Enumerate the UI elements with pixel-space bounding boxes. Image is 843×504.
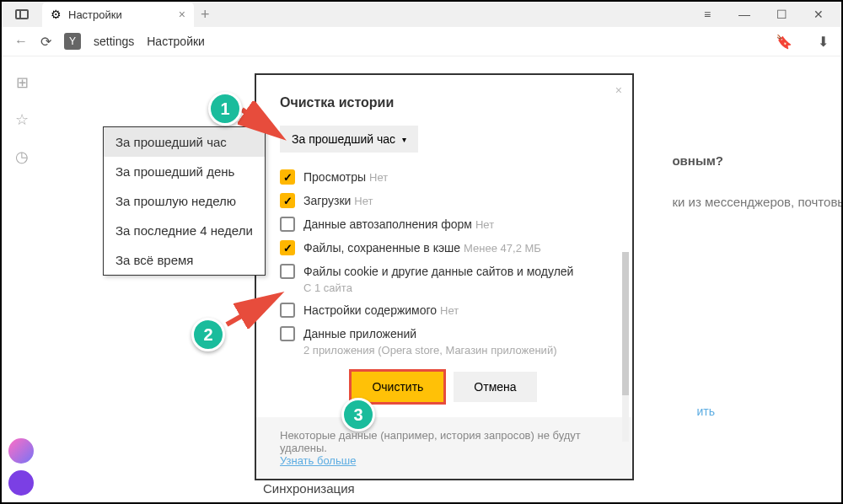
new-tab-button[interactable]: +	[201, 6, 210, 24]
checkbox[interactable]	[280, 193, 295, 208]
bookmark-icon[interactable]: 🔖	[776, 34, 792, 50]
check-row: Данные приложений2 приложения (Opera sto…	[280, 326, 609, 357]
learn-more-link[interactable]: Узнать больше	[280, 454, 356, 467]
annotation-arrow-2	[223, 287, 286, 329]
annotation-arrow-1	[238, 101, 288, 143]
check-row: Настройки содержимогоНет	[280, 303, 609, 318]
dialog-buttons: Очистить Отмена	[256, 357, 632, 417]
bottom-pills	[8, 438, 34, 496]
window-controls: ≡ — ☐ ✕	[697, 4, 841, 24]
app-icon	[15, 9, 29, 19]
time-dropdown-menu: За прошедший час За прошедший день За пр…	[103, 126, 266, 276]
checkbox-list: ПросмотрыНет ЗагрузкиНет Данные автозапо…	[280, 169, 609, 357]
check-row: Файлы, сохраненные в кэшеМенее 47,2 МБ	[280, 240, 609, 255]
time-select[interactable]: За прошедший час ▾	[280, 126, 418, 153]
check-row: Файлы cookie и другие данные сайтов и мо…	[280, 264, 609, 294]
titlebar: ⚙ Настройки × + ≡ — ☐ ✕	[2, 2, 841, 27]
gear-icon: ⚙	[51, 8, 62, 21]
check-row: ПросмотрыНет	[280, 169, 609, 185]
maximize-icon[interactable]: ☐	[771, 4, 792, 24]
annotation-badge-3: 3	[341, 398, 375, 432]
minimize-icon[interactable]: —	[734, 4, 754, 24]
checkbox[interactable]	[280, 264, 295, 279]
dropdown-item[interactable]: За прошедший день	[104, 157, 265, 186]
clear-history-dialog: × Очистка истории За прошедший час ▾ Про…	[255, 73, 634, 480]
download-icon[interactable]: ⬇	[818, 34, 829, 50]
checkbox[interactable]	[280, 240, 295, 255]
history-icon[interactable]: ◷	[15, 147, 29, 166]
site-icon: Y	[64, 33, 81, 50]
chevron-down-icon: ▾	[402, 135, 406, 144]
sidebar: ⊞ ☆ ◷	[2, 56, 42, 166]
checkbox[interactable]	[280, 169, 295, 185]
scrollbar[interactable]	[622, 252, 629, 442]
app-pill-2[interactable]	[8, 470, 34, 496]
app-icon-wrap	[2, 9, 42, 19]
app-pill-1[interactable]	[8, 438, 34, 464]
check-row: Данные автозаполнения формНет	[280, 217, 609, 232]
url-page: Настройки	[147, 35, 205, 48]
close-icon[interactable]: ×	[179, 8, 185, 21]
tiles-icon[interactable]: ⊞	[16, 73, 29, 92]
clear-button[interactable]: Очистить	[352, 372, 443, 402]
address-bar: ← ⟳ Y settings Настройки 🔖 ⬇	[2, 27, 841, 56]
close-window-icon[interactable]: ✕	[808, 4, 829, 24]
url-path[interactable]: settings	[94, 35, 134, 48]
menu-icon[interactable]: ≡	[697, 4, 717, 24]
bg-sync: Синхронизация	[263, 481, 355, 496]
reload-icon[interactable]: ⟳	[40, 34, 51, 50]
cancel-button[interactable]: Отмена	[454, 372, 536, 402]
dialog-footer: Некоторые данные (например, история запр…	[256, 417, 632, 479]
tab-title: Настройки	[68, 8, 172, 21]
annotation-badge-2: 2	[191, 318, 225, 351]
star-icon[interactable]: ☆	[15, 110, 29, 129]
bg-right: овным? ки из мессенджеров, почтовых клие	[672, 149, 843, 214]
svg-line-1	[242, 110, 278, 135]
dropdown-item[interactable]: За прошлую неделю	[104, 186, 265, 216]
dropdown-item[interactable]: За последние 4 недели	[104, 216, 265, 245]
dropdown-item[interactable]: За всё время	[104, 245, 265, 275]
svg-line-3	[227, 297, 276, 324]
check-row: ЗагрузкиНет	[280, 193, 609, 208]
close-icon[interactable]: ×	[615, 83, 622, 97]
checkbox[interactable]	[280, 217, 295, 232]
annotation-badge-1: 1	[208, 92, 242, 126]
dialog-title: Очистка истории	[280, 95, 609, 110]
browser-tab[interactable]: ⚙ Настройки ×	[42, 2, 194, 27]
back-icon[interactable]: ←	[14, 34, 28, 49]
bg-link[interactable]: ить	[696, 405, 715, 418]
